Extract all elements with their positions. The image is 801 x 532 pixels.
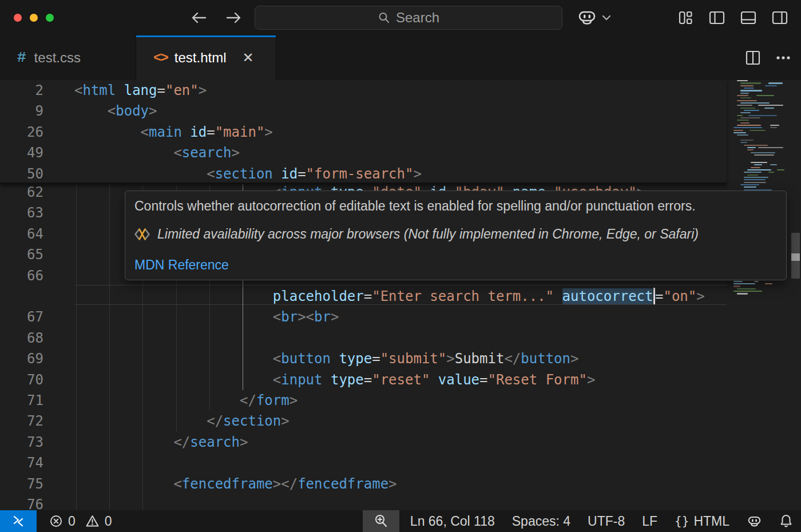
- sticky-row-9[interactable]: 9 <body>: [0, 101, 727, 122]
- code-row-68[interactable]: 68: [0, 328, 727, 349]
- active-indent-guide: [243, 328, 243, 348]
- cursor-position-status[interactable]: Ln 66, Col 118: [402, 510, 503, 532]
- copilot-menu-button[interactable]: [577, 7, 611, 28]
- line-number[interactable]: 73: [0, 432, 43, 452]
- minimap-line: [765, 283, 772, 284]
- minimap-line: [733, 281, 743, 282]
- minimap-line: [764, 108, 774, 109]
- tab-test-html[interactable]: <> test.html ✕: [136, 35, 276, 80]
- copilot-status-icon[interactable]: [738, 510, 771, 532]
- vscode-window: Search # t: [0, 0, 801, 532]
- minimap-line: [737, 293, 748, 294]
- minimize-window-button[interactable]: [30, 14, 38, 22]
- line-number[interactable]: 76: [0, 494, 43, 510]
- code-row-76[interactable]: 76: [0, 494, 727, 510]
- code-row-74[interactable]: 74: [0, 452, 727, 474]
- indent-guide: [109, 203, 110, 223]
- minimap-line: [737, 80, 748, 81]
- close-tab-icon[interactable]: ✕: [243, 50, 254, 66]
- line-number[interactable]: 75: [0, 474, 43, 494]
- line-number[interactable]: 50: [0, 164, 43, 184]
- encoding-status[interactable]: UTF-8: [579, 510, 633, 532]
- minimap-line: [740, 102, 770, 104]
- sticky-row-2[interactable]: 2<html lang="en">: [0, 80, 727, 101]
- minimap-line: [737, 115, 743, 116]
- chevron-down-icon: [602, 14, 611, 21]
- code-text: <search>: [74, 142, 240, 163]
- line-number[interactable]: 70: [0, 370, 43, 390]
- toggle-panel-icon[interactable]: [740, 9, 757, 26]
- line-number[interactable]: 74: [0, 452, 43, 473]
- line-number[interactable]: 49: [0, 142, 43, 163]
- code-text: </section>: [74, 411, 290, 431]
- sticky-scroll: 2<html lang="en">9 <body>26 <main id="ma…: [0, 80, 727, 184]
- code-row-70[interactable]: 70 <input type="reset" value="Reset Form…: [0, 370, 727, 391]
- line-number[interactable]: 71: [0, 390, 43, 411]
- back-icon[interactable]: [189, 8, 208, 27]
- line-number[interactable]: 26: [0, 122, 43, 142]
- code-row-72[interactable]: 72 </section>: [0, 411, 727, 432]
- code-row-71[interactable]: 71 </form>: [0, 390, 727, 411]
- line-number[interactable]: 65: [0, 244, 43, 265]
- code-text: <input type="reset" value="Reset Form">: [74, 370, 595, 390]
- eol-status[interactable]: LF: [633, 510, 666, 532]
- tab-test-css[interactable]: # test.css: [0, 35, 136, 80]
- minimap-line: [747, 169, 771, 170]
- line-number[interactable]: 72: [0, 411, 43, 431]
- forward-icon[interactable]: [224, 8, 244, 27]
- sticky-row-26[interactable]: 26 <main id="main">: [0, 122, 727, 143]
- zoom-status-item[interactable]: [363, 510, 399, 532]
- minimap-line: [747, 147, 756, 148]
- indent-guide: [109, 265, 110, 286]
- customize-layout-icon[interactable]: [677, 9, 694, 26]
- search-icon: [378, 11, 390, 24]
- minimap-line: [750, 130, 766, 131]
- language-mode-status[interactable]: {} HTML: [666, 510, 738, 532]
- indentation-status[interactable]: Spaces: 4: [503, 510, 579, 532]
- editor-pane[interactable]: 62 <input type="date" id="bday" name="us…: [0, 80, 801, 510]
- minimap-line: [777, 169, 784, 170]
- minimap-line: [768, 172, 774, 173]
- minimap-line: [733, 130, 743, 131]
- line-number[interactable]: 64: [0, 224, 43, 244]
- mdn-reference-link[interactable]: MDN Reference: [134, 257, 229, 273]
- more-actions-icon[interactable]: [776, 55, 791, 60]
- code-row-73[interactable]: 73 </search>: [0, 432, 727, 453]
- tab-label: test.css: [34, 50, 81, 66]
- minimap-line: [744, 179, 766, 180]
- line-number[interactable]: 67: [0, 307, 43, 327]
- copilot-icon: [577, 7, 597, 28]
- warnings-count: 0: [105, 514, 112, 529]
- errors-count: 0: [68, 514, 76, 529]
- command-center-search[interactable]: Search: [255, 6, 562, 30]
- remote-indicator[interactable]: [0, 510, 37, 532]
- code-row-67[interactable]: 67 <br><br>: [0, 307, 727, 328]
- hover-tooltip: Controls whether autocorrection of edita…: [125, 190, 787, 280]
- code-row-69[interactable]: 69 <button type="submit">Submit</button>: [0, 348, 727, 370]
- notifications-bell-icon[interactable]: [771, 510, 801, 532]
- minimap-line: [754, 154, 774, 156]
- code-row-wrap[interactable]: placeholder="Enter search term..." autoc…: [0, 286, 727, 307]
- line-number[interactable]: 63: [0, 203, 43, 223]
- close-window-button[interactable]: [14, 14, 22, 22]
- line-number[interactable]: 68: [0, 328, 43, 348]
- code-row-75[interactable]: 75 <fencedframe></fencedframe>: [0, 474, 727, 495]
- line-number[interactable]: 9: [0, 101, 43, 121]
- minimap-line: [733, 285, 740, 287]
- toggle-primary-sidebar-icon[interactable]: [708, 9, 725, 26]
- maximize-window-button[interactable]: [46, 14, 54, 22]
- minimap-line: [770, 164, 777, 165]
- line-number[interactable]: 66: [0, 265, 43, 286]
- line-number[interactable]: 62: [0, 182, 43, 203]
- sticky-row-50[interactable]: 50 <section id="form-search">: [0, 164, 727, 185]
- search-placeholder: Search: [396, 10, 439, 26]
- minimap-line: [740, 108, 755, 109]
- split-editor-icon[interactable]: [745, 50, 761, 66]
- line-number[interactable]: 69: [0, 348, 43, 369]
- minimap-line: [765, 85, 777, 86]
- problems-status[interactable]: 0 0: [49, 514, 112, 529]
- toggle-secondary-sidebar-icon[interactable]: [771, 9, 788, 26]
- line-number[interactable]: 2: [0, 80, 43, 101]
- minimap-line: [733, 132, 746, 133]
- sticky-row-49[interactable]: 49 <search>: [0, 142, 727, 164]
